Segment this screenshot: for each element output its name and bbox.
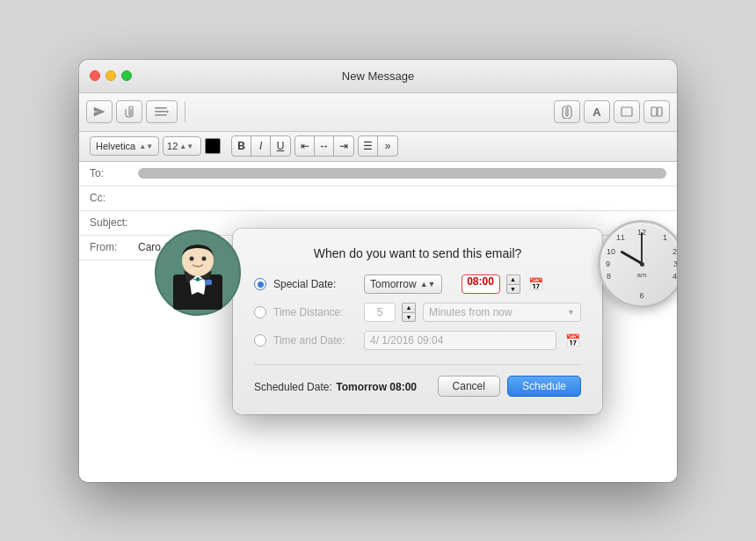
- special-date-label: Special Date:: [273, 278, 357, 290]
- minutes-dropdown[interactable]: Minutes from now ▼: [423, 303, 581, 322]
- time-date-label: Time and Date:: [273, 334, 357, 347]
- align-center-button[interactable]: ↔: [315, 136, 334, 156]
- maximize-button[interactable]: [121, 70, 132, 81]
- clock-11: 11: [616, 233, 625, 242]
- time-distance-stepper: ▲ ▼: [402, 303, 416, 322]
- time-distance-number[interactable]: [364, 303, 396, 322]
- window-title: New Message: [342, 69, 414, 83]
- svg-marker-3: [167, 110, 169, 113]
- svg-point-11: [196, 277, 200, 281]
- font-toolbar: Helvetica ▲▼ 12 ▲▼ B I U ⇤ ↔ ⇥ ☰ »: [79, 132, 677, 162]
- special-date-arrow: ▲▼: [420, 280, 436, 289]
- time-distance-row: Time Distance: ▲ ▼ Minutes from now ▼: [254, 303, 581, 322]
- attach-button[interactable]: [116, 100, 142, 123]
- rect1-button[interactable]: [614, 100, 640, 123]
- font-dropdown-arrow: ▲▼: [139, 143, 153, 150]
- calendar-icon-2[interactable]: 📅: [563, 332, 581, 349]
- clock-am-label: am: [636, 271, 646, 279]
- bold-button[interactable]: B: [232, 136, 251, 156]
- time-distance-radio[interactable]: [254, 306, 266, 318]
- color-swatch[interactable]: [205, 138, 221, 154]
- scheduled-label: Scheduled Date:: [254, 381, 332, 393]
- minute-hand: [641, 232, 643, 264]
- cancel-button[interactable]: Cancel: [438, 376, 500, 397]
- calendar-icon-1[interactable]: 📅: [527, 275, 545, 293]
- list-button[interactable]: [146, 100, 178, 123]
- font-selector[interactable]: Helvetica ▲▼: [90, 136, 159, 156]
- time-distance-label: Time Distance:: [273, 306, 357, 318]
- time-distance-stepper-up[interactable]: ▲: [402, 303, 416, 312]
- clock-2: 2: [672, 247, 677, 256]
- svg-point-15: [190, 257, 194, 261]
- align-left-button[interactable]: ⇤: [295, 136, 315, 156]
- clock-8: 8: [607, 272, 611, 281]
- hour-hand: [620, 251, 642, 265]
- send-button[interactable]: [86, 100, 113, 123]
- clock-9: 9: [606, 260, 610, 268]
- close-button[interactable]: [90, 70, 100, 81]
- list-indent-buttons: ☰ »: [358, 135, 398, 157]
- paperclip-button[interactable]: [554, 100, 580, 123]
- time-date-value: 4/ 1/2016 09:04: [370, 334, 443, 347]
- svg-point-16: [202, 257, 207, 261]
- format-buttons: B I U: [231, 135, 291, 157]
- svg-rect-6: [658, 107, 662, 116]
- underline-button[interactable]: U: [271, 136, 290, 156]
- butler-icon: [154, 229, 242, 317]
- special-date-time-input[interactable]: 08:00: [462, 274, 500, 294]
- toolbar-separator: [185, 101, 185, 122]
- titlebar: New Message: [79, 60, 677, 93]
- italic-button[interactable]: I: [251, 136, 271, 156]
- time-stepper-down[interactable]: ▼: [506, 284, 520, 295]
- minutes-arrow: ▼: [567, 308, 575, 317]
- size-dropdown-arrow: ▲▼: [179, 143, 193, 150]
- time-date-input[interactable]: 4/ 1/2016 09:04: [364, 331, 556, 350]
- font-button[interactable]: A: [584, 100, 610, 123]
- traffic-lights: [90, 70, 132, 81]
- toolbar: A: [79, 93, 677, 132]
- special-date-radio[interactable]: [254, 278, 266, 290]
- font-size: 12: [167, 141, 178, 151]
- clock-1: 1: [663, 233, 667, 242]
- font-name: Helvetica: [96, 141, 135, 151]
- scheduled-value: Tomorrow 08:00: [336, 381, 417, 393]
- modal-overlay: 12 3 6 9 1 11 2 4 8 10: [79, 162, 677, 482]
- svg-rect-5: [651, 107, 657, 116]
- minimize-button[interactable]: [105, 70, 116, 81]
- rect2-button[interactable]: [643, 100, 670, 123]
- time-date-radio[interactable]: [254, 334, 266, 347]
- modal-bottom-row: Scheduled Date: Tomorrow 08:00 Cancel Sc…: [254, 364, 581, 397]
- font-size-selector[interactable]: 12 ▲▼: [163, 136, 201, 156]
- clock-6: 6: [639, 291, 643, 300]
- main-window: New Message: [79, 60, 677, 482]
- clock-center: [640, 262, 644, 267]
- time-date-row: Time and Date: 4/ 1/2016 09:04 📅: [254, 331, 581, 350]
- svg-rect-2: [155, 114, 167, 116]
- schedule-button[interactable]: Schedule: [507, 376, 581, 397]
- modal-buttons: Cancel Schedule: [438, 376, 581, 397]
- alignment-buttons: ⇤ ↔ ⇥: [294, 135, 354, 157]
- clock-face: 12 3 6 9 1 11 2 4 8 10: [598, 220, 677, 308]
- special-date-dropdown[interactable]: Tomorrow ▲▼: [364, 274, 442, 294]
- svg-rect-17: [205, 280, 212, 286]
- svg-rect-4: [622, 107, 632, 116]
- scheduled-date-area: Scheduled Date: Tomorrow 08:00: [254, 378, 417, 394]
- indent-button[interactable]: »: [378, 136, 397, 156]
- clock-widget: 12 3 6 9 1 11 2 4 8 10: [598, 220, 677, 317]
- schedule-modal: 12 3 6 9 1 11 2 4 8 10: [233, 229, 602, 414]
- align-right-button[interactable]: ⇥: [334, 136, 353, 156]
- time-stepper-up[interactable]: ▲: [506, 274, 520, 284]
- clock-3: 3: [673, 260, 677, 268]
- email-body: To: Cc: Subject: From: Caro Jäg...: [79, 162, 677, 482]
- clock-10: 10: [607, 247, 615, 256]
- time-stepper: ▲ ▼: [506, 274, 520, 294]
- clock-4: 4: [672, 272, 677, 281]
- time-distance-stepper-down[interactable]: ▼: [402, 312, 416, 323]
- svg-rect-1: [155, 111, 167, 113]
- modal-title: When do you want to send this email?: [254, 246, 581, 260]
- svg-rect-0: [155, 107, 167, 109]
- minutes-value: Minutes from now: [429, 306, 512, 318]
- special-date-row: Special Date: Tomorrow ▲▼ 08:00 ▲ ▼ 📅: [254, 274, 581, 294]
- toolbar-right-buttons: A: [554, 100, 670, 123]
- list-button[interactable]: ☰: [359, 136, 378, 156]
